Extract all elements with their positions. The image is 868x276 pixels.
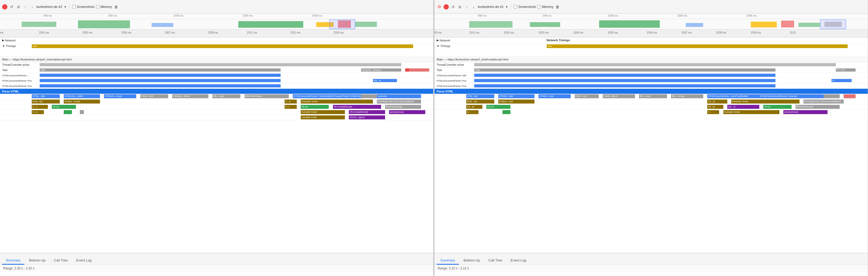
left-flame-bar-htmldoc-uilder[interactable]: HTMLDoc...uilder — [64, 94, 100, 98]
right-memory-checkbox[interactable] — [537, 5, 541, 8]
right-flame-bar-eval-ript2[interactable]: Eval...ript — [466, 100, 494, 104]
right-timings-label[interactable]: ▼ Timings — [435, 43, 466, 47]
left-bottom-tabs: Summary Bottom-Up Call Tree Event Log Ra… — [0, 253, 433, 276]
right-flame-bar-v3[interactable]: V... — [707, 110, 719, 114]
left-flame-bar-pending-execute[interactable]: PendingScript::ExecuteScriptBlock — [377, 100, 421, 104]
left-flame-bar-htmlparserscript[interactable]: HTMLParserScriptRunner::execute — [349, 94, 421, 98]
left-delete-button[interactable]: 🗑 — [114, 4, 119, 9]
right-flame-bar-red[interactable] — [844, 94, 856, 98]
right-upload-button[interactable]: ↑ — [464, 4, 469, 9]
right-flame-bar-copt2[interactable]: Co...pt — [466, 105, 483, 109]
right-flame-bar-htmlparser-execute[interactable]: HTMLParserScriptRunner::execute — [759, 94, 832, 98]
left-screenshots-checkbox[interactable] — [72, 5, 75, 8]
left-flame-bar-v8run-1[interactable]: v8.run — [52, 105, 76, 109]
left-flame-bar-v8compilescript2[interactable]: V8.CompileScript — [349, 110, 385, 114]
right-html-tokenizer-label: HTMLDocumentParser::PumpTokenizer — [435, 85, 466, 88]
right-flame-bar-evalua-cript2[interactable]: Evalua...cript — [498, 100, 534, 104]
right-tab-event-log[interactable]: Event Log — [507, 257, 530, 265]
right-flame-bar-htm-der[interactable]: HTM...der — [466, 94, 494, 98]
right-flame-bar-blin-cope2[interactable]: Blin...cope — [639, 94, 667, 98]
right-flame-bar-htmld-lder[interactable]: HTMLD...lder — [498, 94, 534, 98]
right-flame-bar-pending-execute2[interactable]: PendingScript::ExecuteScriptBlock — [803, 100, 844, 104]
left-flame-bar-ct[interactable]: C...t — [32, 105, 48, 109]
left-flame-bar-small1[interactable] — [64, 110, 72, 114]
left-flame-bar-v8program[interactable]: V8.Pa...ogram — [349, 115, 385, 119]
left-flame-bar-compile-script[interactable]: Compile Script — [301, 110, 345, 114]
right-flame-bar-c3[interactable]: C... — [466, 110, 478, 114]
right-flame-bar-v8run-right-1[interactable]: v8.run — [486, 105, 510, 109]
right-network-label[interactable]: ▶ Network — [435, 39, 466, 42]
left-timings-content: end — [32, 43, 433, 57]
right-flame-bar-v8run-right-2[interactable]: v8.run — [763, 105, 791, 109]
left-tab-summary[interactable]: Summary — [2, 257, 24, 265]
left-cancel-button[interactable]: ⊘ — [16, 4, 21, 9]
left-record-stop-button[interactable] — [2, 4, 7, 9]
left-overview[interactable]: 499 ms 999 ms 1499 ms 1999 ms 2499 ms — [0, 14, 433, 30]
right-flame-bar-htmlp-cute[interactable]: HTMLP...cute — [538, 94, 570, 98]
left-flame-bar-evalua-script[interactable]: Evalua...Script — [64, 100, 100, 104]
right-cancel-button[interactable]: ⊘ — [457, 4, 463, 9]
left-parse-html-content — [32, 89, 433, 94]
left-timings-row: ▼ Timings end — [0, 43, 433, 57]
left-flame-bar-compile-code[interactable]: Compile Code — [301, 115, 345, 119]
right-download-button[interactable]: ↓ — [471, 4, 476, 9]
left-download-button[interactable]: ↓ — [30, 4, 35, 9]
right-overview[interactable]: 498 ms 998 ms 1498 ms 1998 ms 2498 ms — [435, 14, 868, 30]
left-reload-button[interactable]: ↺ — [9, 4, 14, 9]
right-tab-call-tree[interactable]: Call Tree — [485, 257, 506, 265]
left-html-deferred-content — [32, 73, 433, 78]
left-flame-bar-blinktaskscope[interactable]: BlinkTaskScope — [245, 94, 289, 98]
left-flame-bar-blinktask-2[interactable]: BlinkTaskScope — [385, 105, 421, 109]
left-flame-bar-html-lder[interactable]: HTML...lder — [32, 94, 60, 98]
left-flame-bar-pending-tblock[interactable]: Pending...tBlock — [172, 94, 208, 98]
right-flame-bar-evaluate-script2[interactable]: Evaluate Script — [731, 100, 800, 104]
right-record-stop-button[interactable] — [443, 4, 449, 9]
left-flame-bar-eval-ript[interactable]: Eval...ript — [32, 100, 60, 104]
left-tab-bar: Summary Bottom-Up Call Tree Event Log — [0, 253, 433, 265]
right-gear-button[interactable]: ⚙ — [437, 4, 442, 9]
left-tab-event-log[interactable]: Event Log — [72, 257, 95, 265]
right-tick-4: 1998 ms — [677, 14, 687, 17]
right-flame-bar-pendi-block[interactable]: Pendi...Block — [603, 94, 635, 98]
right-flame-bar-pend-ock[interactable]: Pend...ock — [575, 94, 599, 98]
right-flame-bar-v8pt[interactable]: V8...pt — [707, 105, 723, 109]
left-thread-controller-content — [32, 62, 433, 68]
left-flame-bar-blin-cope[interactable]: Blin...cope — [212, 94, 240, 98]
right-flame-bar-anonymous-right[interactable]: (anonymous) — [783, 110, 828, 114]
right-panel-dropdown[interactable]: ▼ — [505, 5, 508, 8]
left-flame-bar-vt[interactable]: V...t — [285, 105, 297, 109]
left-flame-bar-evaluate-script[interactable]: Evaluate Script — [301, 100, 373, 104]
right-reload-button[interactable]: ↺ — [451, 4, 456, 9]
right-flame-bar-ans[interactable]: (an...s) — [727, 105, 759, 109]
right-flame-bar-blinktask-right[interactable]: BlinkTaskScope — [796, 105, 840, 109]
left-network-label[interactable]: ▶ Network — [0, 39, 32, 42]
right-flame-bar-evaluate-script3[interactable]: Evaluate Script — [723, 110, 780, 114]
left-tab-call-tree[interactable]: Call Tree — [50, 257, 71, 265]
right-flame-bar-copt[interactable]: Co...pt — [707, 100, 727, 104]
right-flame-bar-blink3[interactable] — [824, 94, 840, 98]
left-memory-checkbox[interactable] — [96, 5, 99, 8]
right-delete-button[interactable]: 🗑 — [555, 4, 560, 9]
right-network-row: ▶ Network Network Timings — [435, 37, 868, 43]
right-flame-bar-blin-scope2[interactable]: Blin...Scope — [671, 94, 703, 98]
left-timeline-tick-1: 2301 ms — [39, 31, 49, 34]
left-timings-label[interactable]: ▼ Timings — [0, 43, 32, 47]
left-flame-bar-blinkscope2[interactable] — [361, 94, 377, 98]
left-flame-bar-anonymous[interactable]: (anonymous) — [389, 110, 425, 114]
right-tab-summary[interactable]: Summary — [437, 257, 459, 265]
left-flame-bar-pendi-lock[interactable]: Pendi...lock — [140, 94, 168, 98]
left-flame-bar-ce2[interactable]: C...e — [32, 110, 44, 114]
right-screenshots-checkbox[interactable] — [514, 5, 517, 8]
left-flame-bar-htmlpa-ecute[interactable]: HTMLPa...ecute — [104, 94, 136, 98]
left-flame-bar-ce[interactable]: C...e — [285, 100, 297, 104]
left-tab-bottom-up[interactable]: Bottom-Up — [25, 257, 49, 265]
left-flame-bar-v8compilescript[interactable]: V8.CompileScript — [333, 105, 381, 109]
left-network-row: ▶ Network — [0, 37, 433, 43]
right-flame-bar-small-r1[interactable] — [502, 110, 510, 114]
right-screenshots-group: Screenshots — [514, 5, 536, 9]
left-flame-bar-v8run-2[interactable]: v8.run — [301, 105, 329, 109]
left-flame-bar-small2[interactable] — [80, 110, 84, 114]
left-upload-button[interactable]: ↑ — [23, 4, 28, 9]
right-tab-bottom-up[interactable]: Bottom-Up — [460, 257, 484, 265]
left-panel-dropdown[interactable]: ▼ — [64, 5, 67, 8]
